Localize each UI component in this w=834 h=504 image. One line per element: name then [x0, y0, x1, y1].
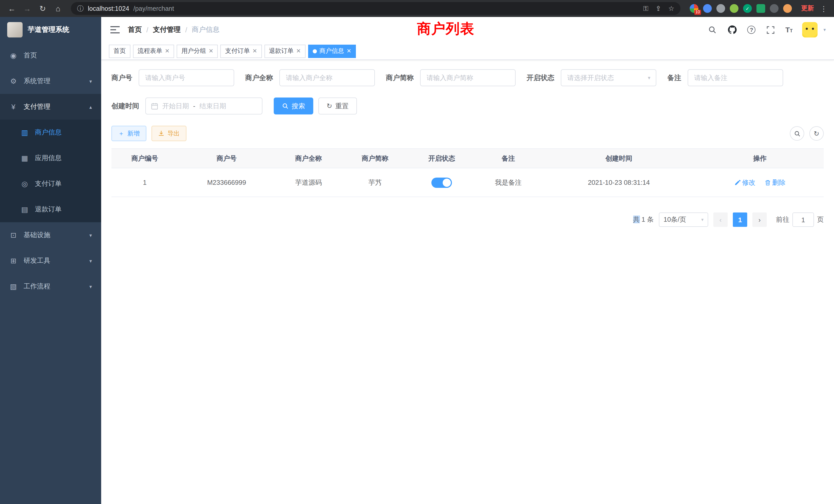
chevron-down-icon: ▾	[648, 75, 651, 81]
sidebar-item-refund-order[interactable]: ▤ 退款订单	[0, 197, 101, 222]
extension-avatar-icon[interactable]	[783, 4, 792, 13]
fullscreen-icon[interactable]	[765, 25, 776, 35]
status-select[interactable]: 请选择开启状态 ▾	[561, 69, 656, 86]
extension-puzzle-icon[interactable]	[770, 4, 778, 13]
bookmark-star-icon[interactable]: ☆	[668, 4, 674, 13]
page-size-select[interactable]: 10条/页 ▾	[659, 212, 708, 227]
chevron-down-icon: ▾	[89, 283, 92, 289]
short-name-input[interactable]	[420, 69, 515, 86]
document-icon: ▤	[21, 205, 29, 213]
navbar-actions: ? TT ▾	[707, 22, 826, 38]
search-icon[interactable]	[707, 25, 718, 35]
browser-home-icon[interactable]: ⌂	[51, 2, 65, 15]
status-select-placeholder: 请选择开启状态	[567, 73, 614, 83]
share-icon[interactable]: ⇪	[656, 4, 661, 13]
filter-remark: 备注	[667, 69, 783, 86]
app-logo[interactable]: 芋道管理系统	[0, 17, 101, 43]
tab-merchant-info[interactable]: 商户信息 ✕	[308, 44, 356, 58]
sidebar-item-infrastructure[interactable]: ⊡ 基础设施 ▾	[0, 222, 101, 248]
toolbar-right-actions: ↻	[790, 126, 824, 141]
col-remark: 备注	[475, 148, 542, 168]
close-icon[interactable]: ✕	[296, 48, 301, 54]
extension-check-icon[interactable]: ✓	[743, 4, 752, 13]
hamburger-icon[interactable]	[109, 24, 121, 36]
merchant-table: 商户编号 商户号 商户全称 商户简称 开启状态 备注 创建时间 操作 1 M23…	[111, 148, 824, 197]
sidebar-item-payment[interactable]: ¥ 支付管理 ▴	[0, 94, 101, 120]
calendar-icon	[151, 102, 158, 110]
address-bar[interactable]: ⓘ localhost:1024/pay/merchant ⚿ ⇪ ☆	[71, 2, 680, 15]
app-logo-image	[7, 22, 23, 38]
briefcase-icon: ▧	[9, 282, 18, 291]
trash-icon	[764, 179, 771, 186]
page-number-button[interactable]: 1	[733, 212, 747, 227]
browser-toolbar: ← → ↻ ⌂ ⓘ localhost:1024/pay/merchant ⚿ …	[0, 0, 834, 17]
filter-merchant-name: 商户全称	[245, 69, 375, 86]
user-avatar[interactable]	[803, 22, 818, 38]
date-range-picker[interactable]: 开始日期 - 结束日期	[145, 97, 262, 114]
sidebar-item-pay-order[interactable]: ◎ 支付订单	[0, 171, 101, 197]
cell-merchant-no: M233666999	[178, 168, 275, 197]
remark-input[interactable]	[687, 69, 783, 86]
goto-page-input[interactable]	[792, 212, 814, 227]
github-icon[interactable]	[727, 25, 738, 35]
refresh-icon: ↻	[327, 102, 332, 110]
close-icon[interactable]: ✕	[165, 48, 170, 54]
help-icon[interactable]: ?	[747, 26, 756, 34]
delete-button[interactable]: 删除	[764, 178, 786, 187]
browser-back-icon[interactable]: ←	[5, 2, 19, 15]
status-toggle[interactable]	[431, 177, 452, 188]
add-button[interactable]: ＋ 新增	[111, 126, 146, 141]
prev-page-button[interactable]: ‹	[713, 212, 728, 227]
browser-update-button[interactable]: 更新	[801, 4, 814, 13]
sidebar-item-home[interactable]: ◉ 首页	[0, 43, 101, 68]
close-icon[interactable]: ✕	[208, 48, 213, 54]
tab-process-form[interactable]: 流程表单 ✕	[133, 44, 174, 58]
filter-create-time: 创建时间 开始日期 - 结束日期	[111, 97, 262, 114]
breadcrumb-home[interactable]: 首页	[128, 25, 142, 35]
close-icon[interactable]: ✕	[253, 48, 257, 54]
extension-colorful-icon[interactable]	[690, 4, 698, 13]
sidebar-item-workflow[interactable]: ▧ 工作流程 ▾	[0, 274, 101, 299]
merchant-name-input[interactable]	[279, 69, 375, 86]
merchant-no-input[interactable]	[138, 69, 234, 86]
refresh-table-icon[interactable]: ↻	[809, 126, 824, 141]
search-button[interactable]: 搜索	[274, 97, 313, 114]
extension-green-icon[interactable]	[730, 4, 739, 13]
password-key-icon[interactable]: ⚿	[643, 4, 649, 13]
toggle-search-icon[interactable]	[790, 126, 804, 141]
browser-menu-icon[interactable]: ⋮	[820, 4, 828, 13]
browser-forward-icon[interactable]: →	[21, 2, 34, 15]
col-short-name: 商户简称	[342, 148, 408, 168]
extension-blue-icon[interactable]	[703, 4, 712, 13]
tab-home[interactable]: 首页	[109, 44, 130, 58]
order-icon: ◎	[21, 180, 29, 188]
avatar-caret-icon[interactable]: ▾	[824, 27, 826, 32]
edit-button-label: 修改	[742, 178, 755, 187]
sidebar-item-merchant-info[interactable]: ▥ 商户信息	[0, 120, 101, 145]
sidebar: 芋道管理系统 ◉ 首页 ⚙ 系统管理 ▾ ¥ 支付管理 ▴ ▥ 商户信息 ▦ 应…	[0, 17, 101, 504]
breadcrumb-payment[interactable]: 支付管理	[153, 25, 181, 35]
sidebar-item-dev-tools[interactable]: ⊞ 研发工具 ▾	[0, 248, 101, 274]
close-icon[interactable]: ✕	[347, 48, 351, 54]
date-separator: -	[193, 102, 195, 110]
app-navbar: 首页 / 支付管理 / 商户信息 商户列表 ? TT ▾	[101, 17, 834, 43]
breadcrumb-separator: /	[185, 26, 188, 33]
edit-button[interactable]: 修改	[734, 178, 755, 187]
tab-user-group[interactable]: 用户分组 ✕	[177, 44, 218, 58]
export-button[interactable]: 导出	[152, 126, 186, 141]
extension-gray-icon[interactable]	[717, 4, 725, 13]
sidebar-item-system[interactable]: ⚙ 系统管理 ▾	[0, 68, 101, 94]
chevron-down-icon: ▾	[89, 78, 92, 84]
extension-doc-icon[interactable]	[756, 4, 765, 13]
site-info-icon[interactable]: ⓘ	[77, 4, 84, 13]
sidebar-item-app-info[interactable]: ▦ 应用信息	[0, 145, 101, 171]
tab-pay-order[interactable]: 支付订单 ✕	[221, 44, 262, 58]
next-page-button[interactable]: ›	[752, 212, 767, 227]
browser-reload-icon[interactable]: ↻	[36, 2, 49, 15]
reset-button[interactable]: ↻ 重置	[319, 97, 357, 114]
cell-remark: 我是备注	[475, 168, 542, 197]
date-end-placeholder: 结束日期	[199, 101, 226, 111]
goto-suffix: 页	[817, 215, 824, 224]
tab-refund-order[interactable]: 退款订单 ✕	[264, 44, 305, 58]
font-size-icon[interactable]: TT	[786, 26, 793, 34]
